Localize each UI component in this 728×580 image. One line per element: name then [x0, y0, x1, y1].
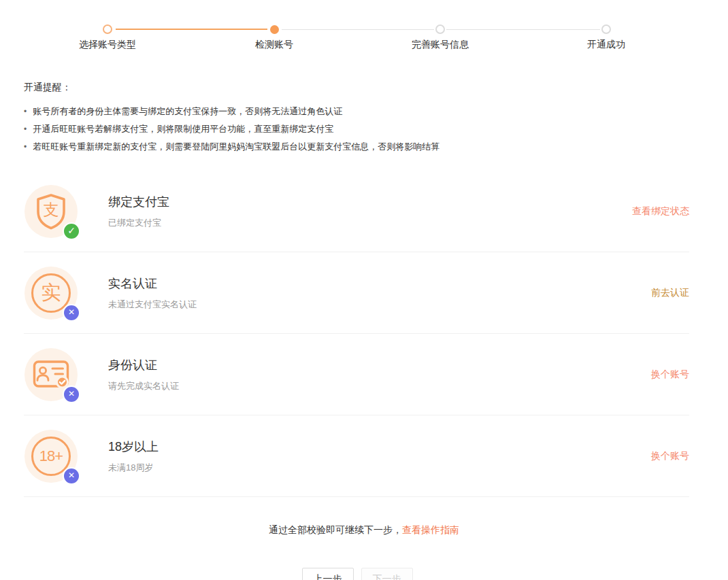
go-verify-link[interactable]: 前去认证 [651, 287, 689, 299]
notice-item: 开通后旺旺账号若解绑支付宝，则将限制使用平台功能，直至重新绑定支付宝 [24, 120, 689, 138]
step-connector [282, 29, 434, 30]
check-subtitle: 请先完成实名认证 [108, 380, 179, 392]
check-fail-badge-icon: ✕ [63, 304, 80, 322]
check-subtitle: 已绑定支付宝 [108, 217, 169, 229]
activation-notice: 开通提醒： 账号所有者的身份主体需要与绑定的支付宝保持一致，否则将无法通过角色认… [24, 82, 689, 156]
step-label-success: 开通成功 [559, 39, 654, 51]
check-text: 实名认证 未通过支付宝实名认证 [108, 275, 197, 311]
check-subtitle: 未通过支付宝实名认证 [108, 298, 197, 311]
next-step-button[interactable]: 下一步 [361, 568, 413, 580]
notice-item: 若旺旺账号重新绑定新的支付宝，则需要登陆阿里妈妈淘宝联盟后台以更新支付宝信息，否… [24, 138, 689, 156]
step-current-dot [270, 25, 279, 34]
check-title: 实名认证 [108, 275, 197, 292]
notice-title: 开通提醒： [24, 82, 689, 94]
age-18-plus-icon: 18+ ✕ [24, 430, 78, 483]
check-text: 身份认证 请先完成实名认证 [108, 357, 179, 392]
check-row-bind-alipay: 支 ✓ 绑定支付宝 已绑定支付宝 查看绑定状态 [24, 171, 689, 252]
notice-item: 账号所有者的身份主体需要与绑定的支付宝保持一致，否则将无法通过角色认证 [24, 103, 689, 120]
prev-step-button[interactable]: 上一步 [302, 568, 354, 580]
check-title: 绑定支付宝 [108, 194, 169, 210]
footer-buttons: 上一步 下一步 [0, 568, 721, 580]
check-fail-badge-icon: ✕ [63, 467, 80, 485]
step-done-dot [103, 24, 112, 34]
step-pending-dot [601, 24, 611, 34]
step-connector [446, 29, 600, 30]
view-binding-status-link[interactable]: 查看绑定状态 [632, 205, 689, 218]
id-card-icon: ✕ [24, 348, 78, 401]
realname-icon: 实 ✕ [24, 267, 78, 320]
step-label-check-account: 检测账号 [227, 39, 322, 51]
notice-list: 账号所有者的身份主体需要与绑定的支付宝保持一致，否则将无法通过角色认证 开通后旺… [24, 103, 689, 156]
check-row-identity: ✕ 身份认证 请先完成实名认证 换个账号 [24, 334, 689, 415]
verification-checklist: 支 ✓ 绑定支付宝 已绑定支付宝 查看绑定状态 实 ✕ 实名认证 未通过支付宝实… [24, 171, 689, 497]
operation-guide-link[interactable]: 查看操作指南 [402, 524, 459, 535]
check-text: 18岁以上 未满18周岁 [108, 439, 159, 474]
progress-stepper: 选择账号类型 检测账号 完善账号信息 开通成功 [0, 0, 728, 61]
check-fail-badge-icon: ✕ [63, 386, 80, 403]
check-pass-badge-icon: ✓ [63, 222, 80, 240]
step-label-account-type: 选择账号类型 [60, 39, 155, 51]
check-title: 身份认证 [108, 357, 179, 373]
step-connector [116, 29, 267, 30]
check-text: 绑定支付宝 已绑定支付宝 [108, 194, 169, 229]
step-pending-dot [435, 24, 445, 34]
check-row-age: 18+ ✕ 18岁以上 未满18周岁 换个账号 [24, 415, 689, 497]
step-label-complete-info: 完善账号信息 [393, 39, 488, 51]
switch-account-link[interactable]: 换个账号 [651, 450, 689, 462]
check-title: 18岁以上 [108, 439, 159, 455]
footer-tip: 通过全部校验即可继续下一步，查看操作指南 [0, 524, 728, 536]
alipay-shield-icon: 支 ✓ [24, 185, 78, 238]
switch-account-link[interactable]: 换个账号 [651, 369, 689, 381]
id-card-graphic [32, 359, 70, 390]
tip-text: 通过全部校验即可继续下一步， [269, 524, 402, 535]
check-subtitle: 未满18周岁 [108, 462, 159, 474]
check-row-realname: 实 ✕ 实名认证 未通过支付宝实名认证 前去认证 [24, 252, 689, 334]
